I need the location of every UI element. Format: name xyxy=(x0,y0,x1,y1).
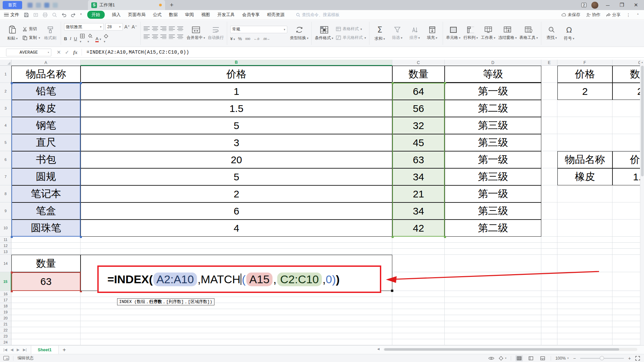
cell-B7[interactable]: 5 xyxy=(81,168,392,185)
align-top-icon[interactable] xyxy=(144,26,150,31)
row-header-9[interactable]: 9 xyxy=(0,202,11,220)
cell-D1[interactable]: 等级 xyxy=(445,66,541,83)
cell-B6[interactable]: 20 xyxy=(81,151,392,168)
fill-button[interactable]: 填充 xyxy=(425,23,440,44)
table-style-button[interactable]: 表格样式 xyxy=(336,26,366,32)
file-menu-button[interactable]: 文件 xyxy=(4,12,19,18)
italic-button[interactable]: I xyxy=(70,36,71,41)
cell-style-button[interactable]: 单元格样式 xyxy=(336,35,366,41)
row-header-23[interactable]: 23 xyxy=(0,333,11,339)
fullscreen-icon[interactable] xyxy=(635,356,640,361)
cell-G2[interactable]: 2 xyxy=(612,83,640,100)
export-icon[interactable] xyxy=(33,12,38,17)
page-layout-view-button[interactable] xyxy=(527,355,535,361)
column-header-F[interactable]: F xyxy=(557,60,612,66)
cell-C9[interactable]: 34 xyxy=(392,202,445,220)
row-header-13[interactable]: 13 xyxy=(0,249,11,255)
column-header-A[interactable]: A xyxy=(11,60,81,66)
horizontal-scrollbar[interactable] xyxy=(384,348,637,351)
cell-B2[interactable]: 1 xyxy=(81,83,392,100)
cell-D4[interactable]: 第三级 xyxy=(445,117,541,134)
cells-button[interactable]: 单元格 xyxy=(446,23,461,44)
macro-js-icon[interactable]: JS xyxy=(3,356,9,360)
cell-G7[interactable]: 1.5 xyxy=(612,168,640,185)
cell-B3[interactable]: 1.5 xyxy=(81,100,392,117)
menu-tab-视图[interactable]: 视图 xyxy=(201,12,210,18)
cell-B4[interactable]: 5 xyxy=(81,117,392,134)
justify-icon[interactable] xyxy=(169,34,175,39)
print-icon[interactable] xyxy=(43,12,48,17)
row-header-16[interactable]: 16 xyxy=(0,291,11,297)
increase-decimal-icon[interactable]: ←.0 xyxy=(253,37,259,41)
name-box[interactable]: AVERAGE▾ xyxy=(6,49,51,56)
row-header-17[interactable]: 17 xyxy=(0,297,11,303)
cell-C3[interactable]: 56 xyxy=(392,100,445,117)
normal-view-button[interactable] xyxy=(515,355,523,361)
sheet-tab-sheet1[interactable]: Sheet1 xyxy=(31,346,59,354)
cell-D10[interactable]: 第二级 xyxy=(445,220,541,237)
cell-C1[interactable]: 数量 xyxy=(392,66,445,83)
select-all-corner[interactable] xyxy=(0,60,11,66)
paste-button[interactable]: 粘贴 xyxy=(5,23,20,44)
menu-tab-审阅[interactable]: 审阅 xyxy=(185,12,194,18)
find-button[interactable]: 查找 xyxy=(544,23,559,44)
cell-A2[interactable]: 铅笔 xyxy=(11,83,81,100)
column-header-E[interactable]: E xyxy=(541,60,557,66)
menu-tab-页面布局[interactable]: 页面布局 xyxy=(128,12,146,18)
align-middle-icon[interactable] xyxy=(152,26,158,31)
rows-cols-button[interactable]: 行和列 xyxy=(463,23,478,44)
cell-A10[interactable]: 圆珠笔 xyxy=(11,220,81,237)
preview-icon[interactable] xyxy=(52,12,57,17)
borders-button[interactable] xyxy=(80,34,85,44)
symbol-button[interactable]: Ω 符号 xyxy=(562,23,577,44)
cell-A8[interactable]: 笔记本 xyxy=(11,185,81,202)
vertical-scrollbar[interactable]: ▲ xyxy=(640,60,644,345)
cell-D2[interactable]: 第一级 xyxy=(445,83,541,100)
cell-C8[interactable]: 21 xyxy=(392,185,445,202)
command-search[interactable]: 查找命令、搜索模板 xyxy=(296,12,340,18)
cell-G1[interactable]: 数量 xyxy=(612,66,640,83)
number-format-select[interactable]: 常规▾ xyxy=(230,26,287,33)
cell-D5[interactable]: 第三级 xyxy=(445,134,541,151)
table-tools-button[interactable]: 表格工具 xyxy=(519,23,538,44)
font-color-button[interactable]: A xyxy=(95,36,101,41)
menu-tab-开发工具[interactable]: 开发工具 xyxy=(217,12,235,18)
save-icon[interactable] xyxy=(24,12,29,17)
column-header-C[interactable]: C xyxy=(392,60,445,66)
sum-button[interactable]: Σ 求和 xyxy=(373,23,387,44)
cell-B8[interactable]: 2 xyxy=(81,185,392,202)
document-tab[interactable]: S 工作簿1 xyxy=(88,0,165,10)
insert-function-icon[interactable]: fx xyxy=(73,50,78,55)
cell-C5[interactable]: 45 xyxy=(392,134,445,151)
fill-handle[interactable] xyxy=(391,290,393,292)
row-header-8[interactable]: 8 xyxy=(0,185,11,202)
row-header-7[interactable]: 7 xyxy=(0,168,11,185)
cell-D6[interactable]: 第一级 xyxy=(445,151,541,168)
row-header-6[interactable]: 6 xyxy=(0,151,11,168)
redo-icon[interactable] xyxy=(71,12,76,17)
increase-font-icon[interactable]: A⁺ xyxy=(125,24,130,29)
cell-F2[interactable]: 2 xyxy=(557,83,612,100)
row-header-4[interactable]: 4 xyxy=(0,117,11,134)
row-header-10[interactable]: 10 xyxy=(0,220,11,237)
underline-button[interactable]: U xyxy=(74,36,77,41)
selection-mode-button[interactable]: ▾ xyxy=(499,356,506,361)
cell-C4[interactable]: 32 xyxy=(392,117,445,134)
menu-tab-公式[interactable]: 公式 xyxy=(153,12,162,18)
fill-color-button[interactable] xyxy=(88,34,93,44)
align-left-icon[interactable] xyxy=(144,34,150,39)
cell-G6[interactable]: 价格 xyxy=(612,151,640,168)
cut-button[interactable]: 剪切 xyxy=(22,26,40,32)
eye-protect-icon[interactable] xyxy=(488,356,494,360)
restore-button[interactable]: ❐ xyxy=(617,2,627,8)
menu-tab-稻壳资源[interactable]: 稻壳资源 xyxy=(267,12,285,18)
highlight-button[interactable] xyxy=(104,34,108,44)
filter-button[interactable]: 筛选 xyxy=(390,23,405,44)
cell-A15[interactable]: 63 xyxy=(11,272,81,291)
zoom-in-icon[interactable]: + xyxy=(628,356,631,361)
cell-F7[interactable]: 橡皮 xyxy=(557,168,612,185)
currency-icon[interactable]: ¥ xyxy=(230,36,235,41)
zoom-slider-knob[interactable] xyxy=(600,356,604,360)
row-header-22[interactable]: 22 xyxy=(0,327,11,333)
type-convert-button[interactable]: 类型转换 xyxy=(290,23,308,44)
